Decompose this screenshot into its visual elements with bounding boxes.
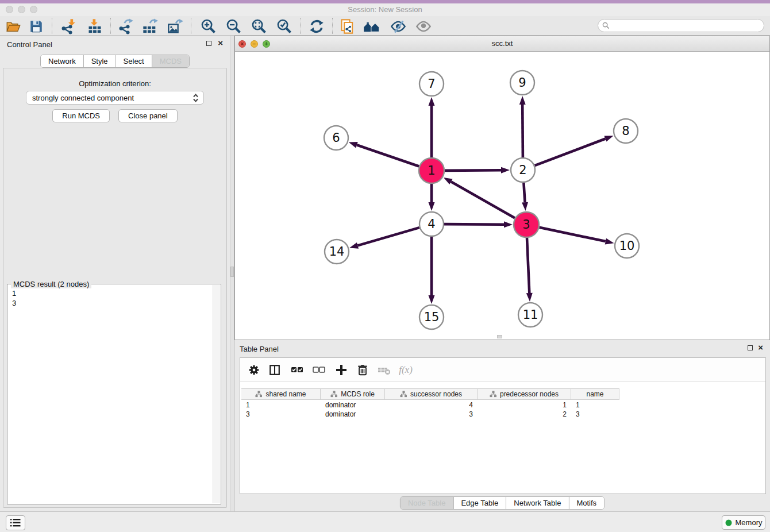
- tab-edge-table[interactable]: Edge Table: [453, 497, 506, 509]
- graph-node-10[interactable]: 10: [615, 234, 639, 258]
- memory-button[interactable]: Memory: [722, 515, 765, 530]
- network-canvas[interactable]: 7968124314101511: [235, 52, 769, 340]
- control-panel-tabs: NetworkStyleSelectMCDS: [40, 55, 190, 68]
- dropdown-value: strongly connected component: [32, 94, 134, 102]
- export-network-icon[interactable]: [117, 18, 134, 35]
- table-cell[interactable]: 4: [385, 400, 478, 410]
- horizontal-splitter-handle[interactable]: [497, 335, 502, 338]
- column-header-name[interactable]: name: [571, 389, 619, 399]
- deselect-all-icon[interactable]: [311, 362, 327, 378]
- node-table-container: f(x) shared nameMCDS rolesuccessor nodes…: [240, 357, 766, 494]
- table-cell[interactable]: 1: [241, 400, 321, 410]
- graph-node-6[interactable]: 6: [324, 126, 348, 150]
- panel-splitter[interactable]: [230, 36, 234, 511]
- graph-edge-1-6[interactable]: [349, 142, 419, 166]
- graph-node-11[interactable]: 11: [518, 303, 542, 327]
- graph-edge-3-11[interactable]: [526, 238, 533, 302]
- graph-edge-2-8[interactable]: [535, 136, 614, 165]
- graph-node-9[interactable]: 9: [510, 71, 534, 95]
- tab-node-table[interactable]: Node Table: [401, 497, 454, 509]
- reset-view-icon[interactable]: [363, 18, 380, 35]
- run-mcds-button[interactable]: Run MCDS: [52, 109, 110, 122]
- result-scrollbar[interactable]: [213, 285, 220, 503]
- graph-edge-4-14[interactable]: [349, 228, 419, 249]
- apply-layout-icon[interactable]: [308, 18, 325, 35]
- open-session-icon[interactable]: [5, 18, 22, 35]
- graph-node-2[interactable]: 2: [511, 158, 535, 182]
- select-all-icon[interactable]: [289, 362, 305, 378]
- table-cell[interactable]: 1: [571, 400, 619, 410]
- graph-edge-4-15[interactable]: [429, 237, 435, 304]
- zoom-selected-icon[interactable]: [276, 18, 293, 35]
- save-session-icon[interactable]: [28, 18, 45, 35]
- network-window-titlebar[interactable]: × − + scc.txt: [235, 36, 769, 52]
- zoom-out-icon[interactable]: [225, 18, 242, 35]
- table-cell[interactable]: dominator: [321, 400, 385, 410]
- optimization-criterion-select[interactable]: strongly connected component: [26, 91, 204, 105]
- tab-style[interactable]: Style: [84, 55, 116, 67]
- graph-edge-3-1[interactable]: [444, 178, 515, 218]
- close-panel-button[interactable]: Close panel: [118, 109, 178, 122]
- graph-node-3[interactable]: 3: [514, 212, 539, 237]
- zoom-in-icon[interactable]: [200, 18, 217, 35]
- column-header-MCDS-role[interactable]: MCDS role: [321, 389, 385, 399]
- graph-edge-3-10[interactable]: [540, 228, 614, 245]
- splitter-handle[interactable]: [230, 267, 234, 277]
- graph-node-14[interactable]: 14: [325, 240, 349, 264]
- svg-text:14: 14: [329, 245, 345, 259]
- show-columns-icon[interactable]: [267, 362, 283, 378]
- graph-edge-1-4[interactable]: [429, 184, 435, 211]
- export-image-icon[interactable]: [167, 18, 184, 35]
- graph-node-4[interactable]: 4: [419, 212, 444, 236]
- graph-node-15[interactable]: 15: [419, 305, 444, 329]
- table-header-row: shared nameMCDS rolesuccessor nodesprede…: [241, 388, 619, 400]
- column-header-shared-name[interactable]: shared name: [241, 389, 321, 399]
- mcds-result-text[interactable]: 1 3: [12, 288, 16, 308]
- show-panel-icon[interactable]: [415, 18, 432, 35]
- table-cell[interactable]: 3: [571, 410, 619, 419]
- svg-text:3: 3: [522, 218, 530, 232]
- table-cell[interactable]: 3: [241, 410, 321, 419]
- delete-column-icon[interactable]: [355, 362, 371, 378]
- graph-edge-1-2[interactable]: [445, 167, 510, 174]
- tab-motifs[interactable]: Motifs: [569, 497, 604, 509]
- import-network-icon[interactable]: [60, 18, 77, 35]
- search-input[interactable]: [613, 20, 760, 31]
- hide-panel-icon[interactable]: [390, 18, 407, 35]
- table-cell[interactable]: dominator: [321, 410, 385, 419]
- column-header-predecessor-nodes[interactable]: predecessor nodes: [478, 389, 571, 399]
- import-table-icon[interactable]: [86, 18, 103, 35]
- table-settings-icon[interactable]: [246, 362, 262, 378]
- float-panel-icon[interactable]: [206, 41, 211, 46]
- tab-network[interactable]: Network: [41, 55, 84, 67]
- column-header-successor-nodes[interactable]: successor nodes: [385, 389, 478, 399]
- graph-node-7[interactable]: 7: [419, 72, 444, 96]
- tab-mcds[interactable]: MCDS: [152, 55, 189, 67]
- table-row[interactable]: 3dominator323: [241, 410, 619, 419]
- task-history-button[interactable]: [6, 515, 25, 530]
- float-table-panel-icon[interactable]: [748, 345, 753, 350]
- graph-edge-4-3[interactable]: [444, 221, 513, 228]
- close-table-panel-icon[interactable]: ×: [758, 342, 763, 353]
- graph-edge-2-9[interactable]: [519, 96, 526, 157]
- export-table-icon[interactable]: [141, 18, 159, 35]
- zoom-fit-icon[interactable]: [251, 18, 268, 35]
- new-network-from-file-icon[interactable]: [339, 18, 356, 35]
- table-row[interactable]: 1dominator411: [241, 400, 619, 410]
- add-column-icon[interactable]: [333, 362, 349, 378]
- close-panel-icon[interactable]: ×: [218, 38, 223, 48]
- tab-network-table[interactable]: Network Table: [506, 497, 569, 509]
- table-cell[interactable]: 1: [478, 400, 571, 410]
- svg-text:11: 11: [523, 308, 538, 322]
- table-panel-title: Table Panel: [240, 345, 279, 353]
- tab-select[interactable]: Select: [116, 55, 152, 67]
- table-cell[interactable]: 2: [478, 410, 571, 419]
- table-cell[interactable]: 3: [385, 410, 478, 419]
- graph-edge-2-3[interactable]: [522, 183, 528, 211]
- graph-node-1[interactable]: 1: [419, 158, 444, 183]
- graph-edge-1-7[interactable]: [429, 97, 435, 157]
- function-builder-icon[interactable]: f(x): [398, 362, 414, 378]
- graph-node-8[interactable]: 8: [614, 119, 638, 143]
- delete-table-icon[interactable]: [376, 362, 392, 378]
- search-field[interactable]: [598, 19, 764, 32]
